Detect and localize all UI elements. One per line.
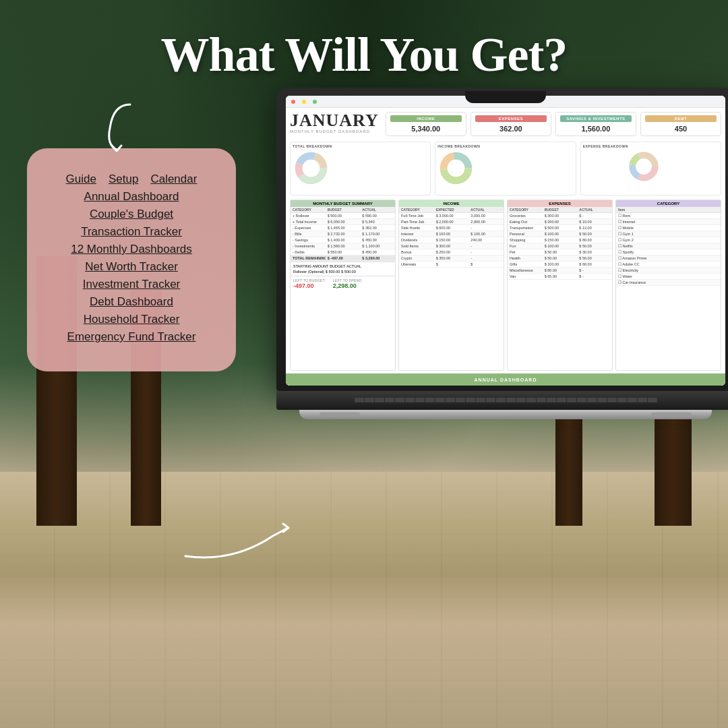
key: [446, 398, 455, 403]
starting-row: STARTING AMOUNT BUDGET ACTUAL: [293, 264, 392, 268]
budget-summary-table: MONTHLY BUDGET SUMMARY CATEGORY BUDGET A…: [290, 200, 396, 371]
annual-dashboard-item[interactable]: Annual Dashboard: [44, 190, 219, 204]
guide-link[interactable]: Guide: [66, 173, 96, 186]
row-cell: $ 2,000.00: [434, 219, 469, 224]
key: [476, 398, 485, 403]
expenses-box: EXPENSES 362.00: [471, 112, 551, 136]
row-cell: Part-Time Job: [399, 219, 434, 224]
row-cell: $ 100.00: [434, 231, 469, 237]
row-cell: $ -497.00: [326, 255, 361, 261]
debt-dashboard-item[interactable]: Debt Dashboard: [44, 295, 219, 309]
table-row: Bonus $ 250.00 -: [399, 249, 504, 255]
svg-point-4: [303, 160, 320, 177]
transaction-tracker-item[interactable]: Transaction Tracker: [44, 225, 219, 239]
table-row: Interest $ 100.00 $ 100.00: [399, 231, 504, 237]
investment-tracker-item[interactable]: Investment Tracker: [44, 278, 219, 291]
transaction-tracker-link[interactable]: Transaction Tracker: [81, 225, 182, 238]
income-label: INCOME: [390, 115, 462, 122]
table-row: Pet $ 50.00 $ 30.00: [508, 249, 612, 255]
key: [355, 398, 364, 403]
laptop-screen: JANUARY MONTHLY BUDGET DASHBOARD INCOME …: [286, 96, 725, 386]
arrow-down-icon: [100, 101, 140, 155]
row-cell: $ 600.00: [434, 225, 469, 231]
expenses-col-headers: CATEGORY BUDGET ACTUAL: [508, 207, 612, 213]
bottom-totals: LEFT TO BUDGET -497.00 LEFT TO SPEND 2,2…: [291, 276, 395, 291]
row-cell: ☐ Car Insurance: [616, 280, 721, 285]
key: [547, 398, 556, 403]
table-row: ☐ Rent: [616, 213, 721, 219]
table-row: Personal $ 100.00 $ 50.00: [508, 231, 612, 237]
table-row: ☐ Adobe CC: [616, 262, 721, 268]
bills-table-header: CATEGORY: [616, 200, 721, 207]
debt-value: 450: [645, 125, 717, 133]
key: [506, 398, 516, 403]
table-row: ☐ Gym 1: [616, 231, 721, 237]
household-tracker-item[interactable]: Household Tracker: [44, 313, 219, 326]
table-row: - Investments $ 1,560.00 $ 1,100.00: [291, 243, 395, 249]
setup-link[interactable]: Setup: [109, 173, 138, 186]
couples-budget-link[interactable]: Couple's Budget: [90, 208, 173, 220]
table-row: Side Hustle $ 600.00 -: [399, 225, 504, 231]
row-cell: 240.00: [468, 237, 504, 243]
table-row: Ubereats $ $: [399, 262, 504, 268]
bar-chart: [708, 151, 719, 182]
spreadsheet: JANUARY MONTHLY BUDGET DASHBOARD INCOME …: [286, 96, 725, 386]
emergency-fund-item[interactable]: Emergency Fund Tracker: [44, 330, 219, 344]
monthly-dashboards-item[interactable]: 12 Monthly Dashboards: [44, 243, 219, 256]
net-worth-item[interactable]: Net Worth Tracker: [44, 260, 219, 274]
row-cell: $ 300.00: [543, 213, 578, 218]
key: [435, 398, 445, 403]
savings-value: 1,560.00: [560, 125, 632, 133]
laptop-notch: [465, 91, 546, 103]
calendar-link[interactable]: Calendar: [150, 173, 197, 186]
row-cell: $: [434, 262, 469, 267]
row-cell: - Investments: [291, 243, 326, 249]
row-cell: ☐ Electricity: [616, 268, 721, 273]
row-cell: Miscellaneous: [508, 268, 543, 273]
table-row: - Bills $ 2,732.00 $ 1,170.00: [291, 231, 395, 237]
emergency-fund-link[interactable]: Emergency Fund Tracker: [67, 330, 196, 343]
row-cell: $ 350.00: [434, 255, 469, 261]
row-cell: ☐ Rent: [616, 213, 721, 218]
income-table: INCOME CATEGORY EXPECTED ACTUAL Full-Tim…: [398, 200, 504, 371]
row-cell: Pet: [508, 249, 543, 255]
table-row: Transportation $ 500.00 $ 12.00: [508, 225, 612, 231]
ss-main: JANUARY MONTHLY BUDGET DASHBOARD INCOME …: [286, 108, 725, 375]
row-cell: $ 1,400.00: [326, 237, 361, 243]
row-cell: $ 65.00: [543, 274, 578, 279]
table-row: ☐ Amazon Prime: [616, 255, 721, 262]
row-cell: ☐ Spotify: [616, 249, 721, 255]
table-row: ☐ Electricity: [616, 268, 721, 274]
debt-dashboard-link[interactable]: Debt Dashboard: [90, 295, 173, 308]
row-cell: $ 100.00: [543, 231, 578, 237]
key: [466, 398, 475, 403]
row-cell: $ 50.00: [543, 249, 578, 255]
annual-dashboard-link[interactable]: Annual Dashboard: [84, 190, 179, 203]
table-row: ☐ Car Insurance: [616, 280, 721, 286]
month-title: JANUARY: [290, 112, 379, 129]
household-tracker-link[interactable]: Household Tracker: [84, 313, 180, 326]
key: [405, 398, 415, 403]
row-cell: $ 450.00: [360, 237, 395, 243]
row-cell: $ 30.00: [577, 249, 612, 255]
row-cell: $ 100.00: [543, 243, 578, 249]
title-section: What Will You Get?: [161, 27, 568, 83]
key: [638, 398, 647, 403]
row-cell: Side Hustle: [399, 225, 434, 231]
investment-tracker-link[interactable]: Investment Tracker: [83, 278, 181, 291]
row-cell: Van: [508, 274, 543, 279]
row-cell: $ 50.00: [577, 231, 612, 237]
table-row: + Rollover $ 500.00 $ 590.00: [291, 213, 395, 219]
page-title: What Will You Get?: [161, 27, 568, 83]
row-cell: $ 3,290.00: [360, 255, 395, 261]
expense-breakdown-chart: EXPENSE BREAKDOWN: [580, 142, 721, 195]
table-row: ☐ Spotify: [616, 249, 721, 255]
couples-budget-item[interactable]: Couple's Budget: [44, 208, 219, 221]
row-cell: $ 6,050.00: [326, 219, 361, 224]
row-cell: Eating Out: [508, 219, 543, 224]
monthly-dashboards-link[interactable]: 12 Monthly Dashboards: [71, 243, 192, 255]
row-cell: -: [468, 255, 504, 261]
row-cell: + Rollover: [291, 213, 326, 218]
net-worth-link[interactable]: Net Worth Tracker: [85, 260, 178, 273]
row-cell: $ 100.00: [543, 262, 578, 267]
